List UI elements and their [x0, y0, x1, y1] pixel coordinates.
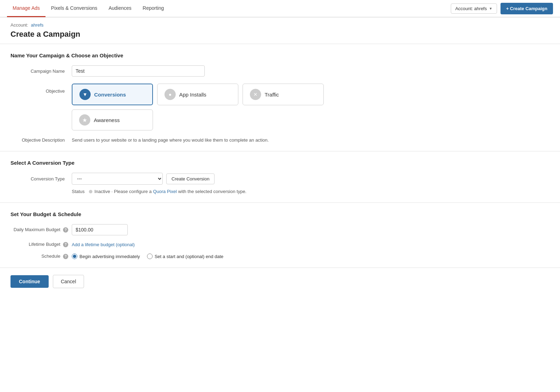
- traffic-label: Traffic: [265, 92, 279, 98]
- schedule-row: Schedule ? Begin advertising immediately…: [10, 254, 550, 259]
- status-label: Status: [72, 189, 85, 194]
- nav-manage-ads[interactable]: Manage Ads: [7, 0, 46, 17]
- daily-budget-help-icon: ?: [63, 227, 68, 233]
- campaign-name-input[interactable]: [72, 65, 205, 77]
- schedule-help-icon: ?: [63, 254, 68, 259]
- page-title: Create a Campaign: [0, 28, 560, 44]
- campaign-name-content: [72, 65, 205, 77]
- nav-links: Manage Ads Pixels & Conversions Audience…: [7, 0, 451, 17]
- continue-button[interactable]: Continue: [10, 275, 49, 288]
- campaign-name-label: Campaign Name: [10, 69, 72, 74]
- status-inactive-text: Inactive · Please configure a: [94, 189, 152, 194]
- schedule-custom-option[interactable]: Set a start and (optional) end date: [147, 254, 224, 259]
- breadcrumb: Account: ahrefs: [0, 17, 560, 28]
- nav-right: Account: ahrefs ▼ + Create Campaign: [451, 3, 553, 14]
- schedule-label: Schedule ?: [10, 254, 72, 259]
- account-selector[interactable]: Account: ahrefs ▼: [451, 3, 497, 14]
- objective-description-label: Objective Description: [10, 137, 72, 143]
- schedule-immediately-option[interactable]: Begin advertising immediately: [72, 254, 140, 259]
- objective-card-app-installs[interactable]: ● App Installs: [157, 84, 238, 105]
- objective-card-conversions[interactable]: ▼ Conversions: [72, 84, 153, 105]
- conversion-type-content: --- Create Conversion: [72, 173, 215, 185]
- create-campaign-button[interactable]: + Create Campaign: [500, 3, 553, 14]
- campaign-name-row: Campaign Name: [10, 65, 550, 77]
- conversion-type-label: Conversion Type: [10, 176, 72, 181]
- objective-cards-row2: ★ Awareness: [72, 109, 324, 130]
- schedule-custom-radio[interactable]: [147, 254, 153, 259]
- objective-section: Name Your Campaign & Choose an Objective…: [0, 44, 560, 151]
- chevron-down-icon: ▼: [489, 7, 492, 10]
- objective-row: Objective ▼ Conversions ● App Installs ✕…: [10, 84, 550, 130]
- objective-cards-container: ▼ Conversions ● App Installs ✕ Traffic ★: [72, 84, 324, 130]
- daily-budget-row: Daily Maximum Budget ?: [10, 224, 550, 235]
- breadcrumb-prefix: Account:: [10, 22, 28, 28]
- app-installs-icon: ●: [164, 89, 176, 100]
- lifetime-budget-link[interactable]: Add a lifetime budget (optional): [72, 242, 135, 247]
- conversion-type-select[interactable]: ---: [72, 173, 163, 185]
- main-nav: Manage Ads Pixels & Conversions Audience…: [0, 0, 560, 17]
- cancel-button[interactable]: Cancel: [53, 275, 84, 288]
- conversion-section-title: Select A Conversion Type: [10, 160, 550, 166]
- app-installs-label: App Installs: [179, 92, 206, 98]
- budget-section-title: Set Your Budget & Schedule: [10, 211, 550, 217]
- daily-budget-input[interactable]: [72, 224, 128, 235]
- awareness-icon: ★: [79, 114, 90, 126]
- lifetime-budget-label: Lifetime Budget ?: [10, 242, 72, 247]
- traffic-icon: ✕: [250, 89, 261, 100]
- objective-cards-row1: ▼ Conversions ● App Installs ✕ Traffic: [72, 84, 324, 105]
- lifetime-budget-help-icon: ?: [63, 242, 68, 247]
- status-suffix: with the selected conversion type.: [178, 189, 246, 194]
- objective-description-row: Objective Description Send users to your…: [10, 137, 550, 143]
- schedule-options: Begin advertising immediately Set a star…: [72, 254, 223, 259]
- breadcrumb-account-link[interactable]: ahrefs: [31, 22, 43, 28]
- nav-audiences[interactable]: Audiences: [103, 0, 137, 17]
- conversion-type-row: Conversion Type --- Create Conversion: [10, 173, 550, 185]
- objective-section-title: Name Your Campaign & Choose an Objective: [10, 52, 550, 58]
- quora-pixel-link[interactable]: Quora Pixel: [153, 189, 177, 194]
- schedule-custom-label: Set a start and (optional) end date: [155, 254, 224, 259]
- footer: Continue Cancel: [0, 268, 560, 295]
- daily-budget-label: Daily Maximum Budget ?: [10, 227, 72, 233]
- schedule-immediately-radio[interactable]: [72, 254, 77, 259]
- objective-label: Objective: [10, 84, 72, 94]
- conversions-label: Conversions: [94, 92, 126, 98]
- objective-description-text: Send users to your website or to a landi…: [72, 137, 269, 143]
- nav-reporting[interactable]: Reporting: [137, 0, 170, 17]
- conversions-icon: ▼: [79, 89, 91, 100]
- create-conversion-button[interactable]: Create Conversion: [166, 173, 215, 184]
- conversion-section: Select A Conversion Type Conversion Type…: [0, 151, 560, 202]
- objective-card-awareness[interactable]: ★ Awareness: [72, 109, 153, 130]
- objective-card-traffic[interactable]: ✕ Traffic: [243, 84, 324, 105]
- account-label: Account: ahrefs: [455, 6, 487, 11]
- lifetime-budget-row: Lifetime Budget ? Add a lifetime budget …: [10, 242, 550, 247]
- status-row: Status Inactive · Please configure a Quo…: [10, 189, 550, 194]
- status-dot: [89, 190, 92, 193]
- schedule-immediately-label: Begin advertising immediately: [79, 254, 140, 259]
- nav-pixels-conversions[interactable]: Pixels & Conversions: [46, 0, 103, 17]
- awareness-label: Awareness: [94, 117, 120, 123]
- budget-section: Set Your Budget & Schedule Daily Maximum…: [0, 203, 560, 268]
